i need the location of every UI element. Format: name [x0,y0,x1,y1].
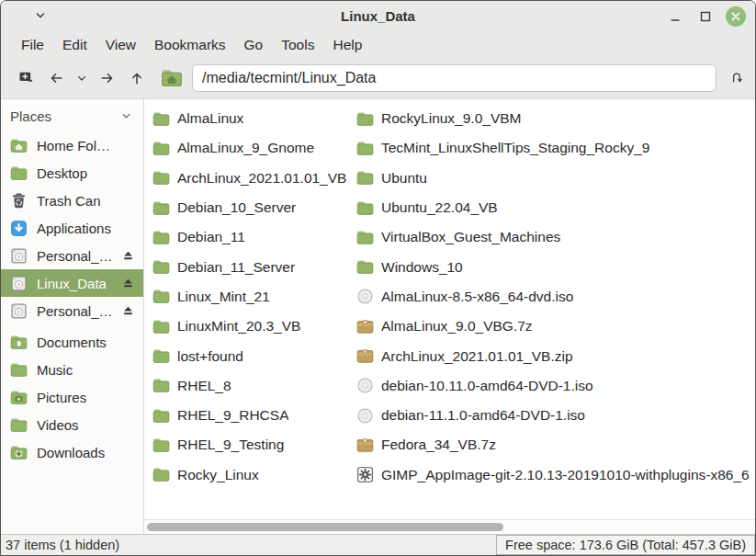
menu-bookmarks[interactable]: Bookmarks [145,37,235,53]
collapse-chevron-icon[interactable] [120,110,132,122]
window-body: Places Home Fol…DesktopTrash CanApplicat… [1,99,755,534]
eject-button[interactable] [121,277,135,290]
folder-item[interactable]: Debian_11 [152,222,355,252]
folder-item[interactable]: VirtualBox_Guest_Machines [355,222,755,252]
archive-icon [355,346,375,366]
sidebar-item-applications[interactable]: Applications [1,214,143,242]
folder-item[interactable]: Debian_10_Server [152,193,355,222]
file-item[interactable]: GIMP_AppImage-git-2.10.13-20191010-withp… [355,460,755,490]
folder-item[interactable]: Ubuntu_22.04_VB [355,193,755,222]
sidebar-item-label: Linux_Data [37,276,107,291]
folder-icon [152,168,171,187]
places-header[interactable]: Places [1,105,143,131]
folder-icon [355,109,375,129]
folder-item[interactable]: LinuxMint_20.3_VB [152,312,355,341]
sidebar-item-linux-data[interactable]: Linux_Data [1,269,143,297]
horizontal-scrollbar-thumb[interactable] [147,523,503,531]
path-input[interactable] [192,64,717,92]
sidebar-item-label: Trash Can [37,193,100,209]
sidebar-item-trash-can[interactable]: Trash Can [1,187,143,214]
forward-arrow-icon [98,69,117,87]
file-name: Linux_Mint_21 [177,289,270,305]
folder-item[interactable]: Linux_Mint_21 [152,282,355,312]
folder-item[interactable]: lost+found [152,341,355,370]
file-name: debian-11.1.0-amd64-DVD-1.iso [381,407,585,424]
optical-disc-icon [355,287,375,306]
folder-item[interactable]: AlmaLinux [152,104,355,133]
file-name: RHEL_8 [177,378,231,394]
statusbar: 37 items (1 hidden) Free space: 173.6 Gi… [1,534,755,555]
u-turn-arrow-icon [728,70,745,86]
folder-icon [152,199,171,218]
file-item[interactable]: AlmaLinux-8.5-x86_64-dvd.iso [355,282,755,312]
file-item[interactable]: debian-11.1.0-amd64-DVD-1.iso [355,401,755,430]
sidebar-item-personal[interactable]: Personal_… [1,297,143,324]
folder-item[interactable]: Windows_10 [355,252,755,281]
file-item[interactable]: ArchLinux_2021.01.01_VB.zip [355,341,755,370]
folder-icon [152,287,171,306]
folder-icon [152,346,171,366]
places-sidebar: Places Home Fol…DesktopTrash CanApplicat… [1,99,144,534]
folder-icon [355,199,375,218]
folder-item[interactable]: Rocky_Linux [152,460,355,490]
folder-item[interactable]: TecMint_LinuxShellTips_Staging_Rocky_9 [355,133,755,163]
folder-icon [152,436,171,455]
home-location-button[interactable] [157,64,186,92]
file-item[interactable]: debian-10.11.0-amd64-DVD-1.iso [355,371,755,401]
sidebar-item-label: Home Fol… [37,138,110,153]
folder-item[interactable]: RHEL_8 [152,371,355,401]
file-name: LinuxMint_20.3_VB [177,318,300,335]
folder-item[interactable]: Debian_11_Server [152,252,355,281]
folder-icon [9,360,28,380]
up-button[interactable] [122,64,152,92]
sidebar-item-desktop[interactable]: Desktop [1,159,143,187]
file-name: AlmaLinux [177,110,243,127]
file-item[interactable]: AlmaLinux_9.0_VBG.7z [355,312,755,341]
forward-button[interactable] [93,64,122,92]
location-entry-toggle-button[interactable] [726,64,748,92]
horizontal-scrollbar[interactable] [144,519,755,534]
titlebar: Linux_Data [1,1,755,31]
sidebar-item-downloads[interactable]: Downloads [1,438,143,466]
minimize-button[interactable] [664,6,686,28]
menu-file[interactable]: File [12,37,53,53]
file-manager-window: Linux_Data FileEditViewBookmarksGoToolsH… [0,0,756,556]
sidebar-item-pictures[interactable]: Pictures [1,383,143,411]
sidebar-item-personal[interactable]: Personal_… [1,242,143,269]
back-button[interactable] [41,64,71,92]
archive-icon [355,436,375,455]
menu-help[interactable]: Help [323,37,371,53]
menu-edit[interactable]: Edit [53,37,96,53]
menu-go[interactable]: Go [235,37,273,53]
new-window-button[interactable] [12,64,41,92]
folder-item[interactable]: Ubuntu [355,164,755,193]
file-name: debian-10.11.0-amd64-DVD-1.iso [381,378,593,394]
history-dropdown-button[interactable] [71,64,93,92]
file-name: VirtualBox_Guest_Machines [381,229,560,245]
folder-item[interactable]: RockyLinux_9.0_VBM [355,104,755,133]
file-name: AlmaLinux_9.0_VBG.7z [381,318,533,335]
folder-item[interactable]: AlmaLinux_9_Gnome [152,133,355,163]
menu-view[interactable]: View [96,37,145,53]
folder-item[interactable]: RHEL_9_RHCSA [152,401,355,430]
folder-item[interactable]: RHEL_9_Testing [152,430,355,460]
eject-button[interactable] [121,304,135,318]
eject-button[interactable] [121,249,135,263]
sidebar-item-music[interactable]: Music [1,356,143,383]
home-folder-icon [9,136,28,155]
folder-icon [152,257,171,277]
sidebar-item-home-fol[interactable]: Home Fol… [1,131,143,159]
close-button[interactable] [725,6,747,28]
file-item[interactable]: Fedora_34_VB.7z [355,430,755,460]
folder-documents-icon [9,333,28,352]
maximize-button[interactable] [694,6,717,28]
file-name: Ubuntu [381,170,427,187]
sidebar-item-videos[interactable]: Videos [1,411,143,438]
file-name: RHEL_9_RHCSA [177,407,288,424]
folder-icon [152,317,171,336]
sidebar-item-documents[interactable]: Documents [1,328,143,356]
folder-item[interactable]: ArchLinux_2021.01.01_VB [152,164,355,193]
menu-tools[interactable]: Tools [272,37,323,53]
file-name: Debian_10_Server [177,199,296,216]
folder-pictures-icon [9,388,28,407]
